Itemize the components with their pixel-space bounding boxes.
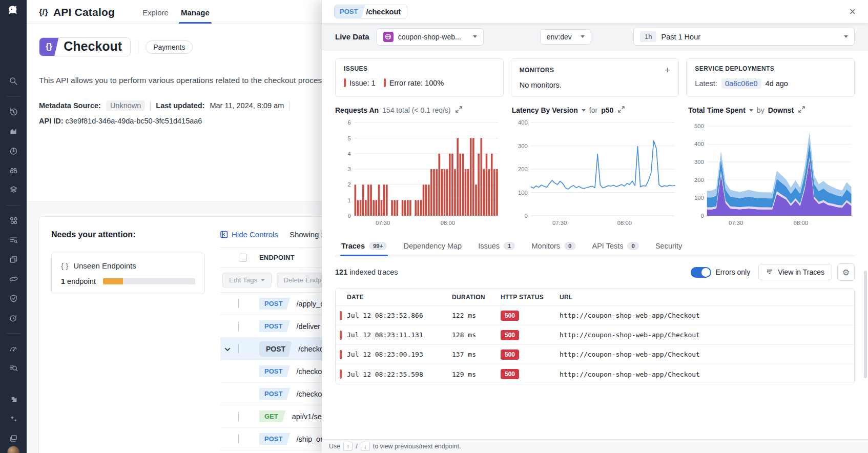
row-checkbox[interactable] <box>238 321 239 331</box>
chart-panel-0: Requests An154 total (< 0.1 req/s)012345… <box>335 106 502 230</box>
drawer-tab-security[interactable]: Security <box>649 237 688 256</box>
globe-icon <box>383 32 394 42</box>
sidebar-item-apm-target[interactable] <box>4 143 23 158</box>
api-title-pill: {} Checkout <box>39 37 131 56</box>
unseen-endpoints-card[interactable]: { } Unseen Endpoints 1 endpoint <box>51 253 205 294</box>
sidebar-item-ai-sparkles[interactable] <box>4 411 23 426</box>
sidebar-item-security-shield[interactable] <box>4 291 23 306</box>
chart-selector[interactable]: Downst <box>768 106 794 114</box>
time-range-selector[interactable]: 1h Past 1 Hour <box>633 28 855 46</box>
chart-selector[interactable]: p50 <box>601 106 613 114</box>
chart-by-label: by <box>757 106 764 114</box>
integrations-icon <box>9 274 18 284</box>
sidebar-item-windows[interactable] <box>4 431 23 446</box>
sidebar-item-metrics[interactable] <box>4 124 23 139</box>
error-indicator-bar <box>344 78 346 87</box>
sidebar-item-integrations[interactable] <box>4 272 23 286</box>
endpoint-count: 1 endpoint <box>61 277 96 285</box>
tab-manage[interactable]: Manage <box>175 8 216 24</box>
api-description: This API allows you to perform various o… <box>39 74 357 87</box>
method-badge-post: POST <box>259 433 290 445</box>
monitors-empty-text: No monitors. <box>520 81 562 89</box>
plugins-icon <box>9 395 18 404</box>
live-data-label: Live Data <box>335 32 369 41</box>
expand-icon[interactable] <box>456 106 462 114</box>
service-selector[interactable]: coupon-shop-web... <box>377 28 484 46</box>
sidebar-item-gauge[interactable] <box>4 341 23 356</box>
chart-title[interactable]: Requests An <box>335 106 379 114</box>
method-badge: POST <box>335 5 365 18</box>
left-nav-rail: ? Help <box>0 0 27 453</box>
sidebar-item-plugins[interactable] <box>4 392 23 407</box>
sidebar-item-search[interactable] <box>4 74 23 89</box>
gear-icon: ⚙ <box>842 267 850 277</box>
close-icon[interactable]: × <box>849 6 856 17</box>
tab-explore[interactable]: Explore <box>136 8 175 24</box>
svg-text:300: 300 <box>518 143 528 149</box>
metadata-source-value: Unknown <box>106 100 145 111</box>
datadog-logo[interactable] <box>4 4 23 17</box>
sidebar-item-synthetics[interactable] <box>4 311 23 325</box>
svg-text:1: 1 <box>347 197 350 203</box>
divider <box>150 101 151 110</box>
trace-row[interactable]: Jul 12 08:23:00.193137 ms500http://coupo… <box>336 345 854 364</box>
drawer-tab-dependency-map[interactable]: Dependency Map <box>397 237 468 256</box>
view-in-traces-button[interactable]: View in Traces <box>758 264 832 280</box>
trace-row[interactable]: Jul 12 08:22:35.598129 ms500http://coupo… <box>336 364 854 384</box>
add-monitor-button[interactable]: + <box>665 65 670 75</box>
drawer-tab-issues[interactable]: Issues1 <box>472 237 521 256</box>
chart-plot-area: 010020030040007:3008:00 <box>512 117 678 230</box>
drawer-tab-monitors[interactable]: Monitors0 <box>525 237 582 256</box>
metrics-icon <box>9 127 18 136</box>
env-selector[interactable]: env:dev <box>540 29 591 45</box>
error-indicator-bar <box>340 350 342 359</box>
row-checkbox[interactable] <box>238 299 239 308</box>
trace-row[interactable]: Jul 12 08:23:11.131128 ms500http://coupo… <box>336 325 854 345</box>
settings-button[interactable]: ⚙ <box>837 263 855 281</box>
chart-panel-2: Total Time SpentbyDownst0100200300400500… <box>688 106 855 230</box>
row-checkbox[interactable] <box>238 344 239 354</box>
svg-text:2: 2 <box>347 181 350 188</box>
issue-stat: Issue: 1 <box>344 78 376 87</box>
drawer-tab-api-tests[interactable]: API Tests0 <box>586 237 645 256</box>
chevron-expanded-icon[interactable] <box>220 344 238 354</box>
sidebar-item-logs[interactable] <box>4 233 23 248</box>
trace-row[interactable]: Jul 12 08:23:52.866122 ms500http://coupo… <box>336 306 854 325</box>
chart-title[interactable]: Total Time Spent <box>688 106 746 114</box>
endpoint-detail-drawer: POST /checkout × Live Data coupon-shop-w… <box>322 0 868 453</box>
expand-icon[interactable] <box>798 106 805 114</box>
expand-icon[interactable] <box>618 106 625 114</box>
tab-count-badge: 1 <box>504 242 515 250</box>
chart-title[interactable]: Latency By Version <box>512 106 578 114</box>
sidebar-item-service-catalog[interactable] <box>4 213 23 228</box>
sidebar-item-history[interactable] <box>4 105 23 119</box>
sidebar-item-watchdog[interactable] <box>4 163 23 178</box>
api-tag-payments[interactable]: Payments <box>146 40 193 54</box>
chart-plot-area: 010020030040050007:3008:00 <box>688 117 855 230</box>
api-id-value: c3e9f81d-346a-49da-bc50-3fc51d415aa6 <box>66 117 202 125</box>
sidebar-item-trace-search[interactable] <box>4 361 23 376</box>
commit-hash-link[interactable]: 0a6c06e0 <box>721 78 761 89</box>
tab-count-badge: 0 <box>627 242 638 250</box>
method-badge-post: POST <box>259 388 290 400</box>
scrollbar-thumb[interactable] <box>864 271 867 378</box>
sidebar-item-dashboards[interactable] <box>4 252 23 267</box>
edit-tags-button[interactable]: Edit Tags <box>222 273 272 287</box>
issues-card: ISSUES Issue: 1Error rate: 100% <box>335 58 504 97</box>
select-all-checkbox[interactable] <box>239 254 247 262</box>
errors-only-toggle[interactable] <box>691 267 711 278</box>
tab-count-badge: 0 <box>564 242 575 250</box>
bar-chart: 012345607:3008:00 <box>335 117 502 228</box>
svg-text:4: 4 <box>347 151 350 157</box>
row-checkbox[interactable] <box>238 434 239 444</box>
row-checkbox[interactable] <box>238 411 239 421</box>
user-avatar[interactable] <box>4 446 23 453</box>
http-status-badge: 500 <box>501 369 519 379</box>
svg-text:500: 500 <box>694 123 704 129</box>
hide-controls-button[interactable]: Hide Controls <box>220 230 278 239</box>
drawer-body: ISSUES Issue: 1Error rate: 100% MONITORS… <box>322 50 868 439</box>
drawer-tab-traces[interactable]: Traces99+ <box>335 237 393 256</box>
arrow-down-key: ↓ <box>361 442 370 451</box>
sidebar-item-infrastructure[interactable] <box>4 182 23 197</box>
deployments-card-title: SERVICE DEPLOYMENTS <box>695 65 774 72</box>
